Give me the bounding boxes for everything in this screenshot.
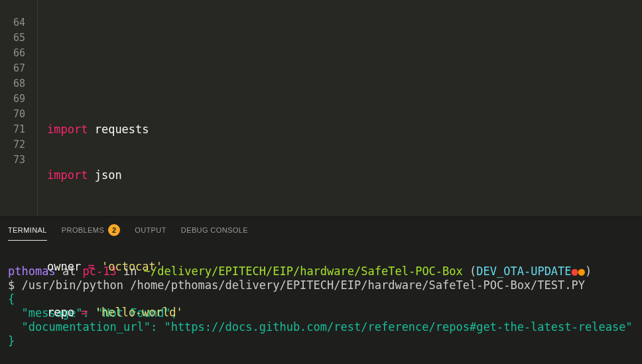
keyword-import: import bbox=[47, 168, 88, 182]
code-line[interactable]: import json bbox=[47, 168, 642, 183]
op-eq: = bbox=[88, 260, 94, 273]
line-number bbox=[0, 0, 25, 15]
module-requests: requests bbox=[95, 123, 149, 136]
module-json: json bbox=[95, 168, 122, 182]
terminal-line: { bbox=[8, 292, 15, 306]
line-number: 71 bbox=[0, 122, 25, 137]
line-number: 66 bbox=[0, 46, 25, 61]
line-number: 64 bbox=[0, 15, 25, 30]
op-eq: = bbox=[81, 306, 88, 319]
keyword-import: import bbox=[47, 123, 88, 136]
prompt-dollar: $ bbox=[8, 278, 21, 292]
var-owner: owner bbox=[47, 260, 81, 273]
string-repo: 'hello-world' bbox=[95, 306, 183, 319]
line-number-gutter: 64 65 66 67 68 69 70 71 72 73 bbox=[0, 0, 37, 216]
code-line[interactable]: repo = 'hello-world' bbox=[47, 305, 642, 320]
var-repo: repo bbox=[47, 306, 74, 319]
code-line[interactable]: import requests bbox=[47, 122, 642, 137]
line-number: 73 bbox=[0, 152, 25, 168]
code-line[interactable]: owner = 'octocat' bbox=[47, 259, 642, 274]
code-area[interactable]: import requests import json owner = 'oct… bbox=[37, 0, 642, 216]
line-number: 68 bbox=[0, 76, 25, 91]
line-number: 70 bbox=[0, 107, 25, 122]
string-owner: 'octocat' bbox=[101, 260, 162, 273]
line-number: 65 bbox=[0, 30, 25, 46]
line-number: 67 bbox=[0, 61, 25, 76]
editor-pane: 64 65 66 67 68 69 70 71 72 73 import req… bbox=[0, 0, 642, 216]
line-number: 72 bbox=[0, 137, 25, 152]
terminal-line: } bbox=[8, 334, 15, 347]
line-number: 69 bbox=[0, 91, 25, 107]
tab-terminal[interactable]: TERMINAL bbox=[8, 224, 47, 241]
